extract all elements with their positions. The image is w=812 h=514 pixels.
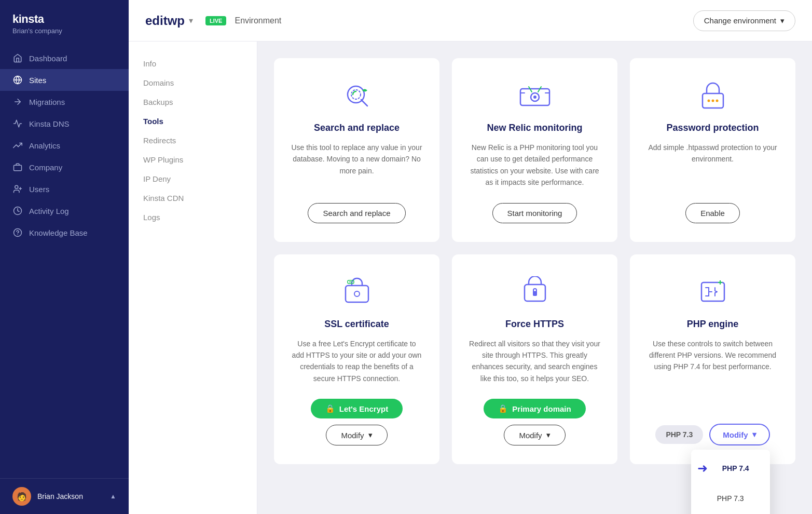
analytics-icon [12, 140, 23, 151]
password-protection-desc: Add simple .htpasswd protection to your … [646, 142, 779, 188]
ssl-actions: 🔒 Let's Encrypt Modify ▾ [291, 399, 423, 445]
ssl-title: SSL certificate [324, 319, 389, 330]
https-modify-button[interactable]: Modify ▾ [504, 425, 565, 445]
sidebar-nav: Dashboard Sites Migrations [0, 39, 129, 478]
company-icon [12, 162, 23, 172]
php-option-72[interactable]: PHP 7.2 [691, 510, 770, 514]
svg-rect-26 [701, 282, 724, 301]
site-chevron-icon[interactable]: ▾ [189, 16, 193, 25]
new-relic-icon [518, 79, 552, 112]
logo-text: kinsta [12, 12, 116, 26]
lets-encrypt-button[interactable]: 🔒 Let's Encrypt [311, 399, 403, 418]
change-env-label: Change environment [704, 16, 776, 25]
svg-point-3 [15, 185, 18, 188]
sidebar-item-kinsta-dns[interactable]: Kinsta DNS [0, 113, 129, 134]
search-replace-card: Search and replace Use this tool to repl… [274, 58, 439, 242]
php-engine-card: PHP engine Use these controls to switch … [630, 254, 795, 465]
php-version-dropdown: ➜ PHP 7.4 PHP 7.3 PHP 7.2 [691, 450, 770, 514]
knowledge-base-icon [12, 227, 23, 238]
ssl-modify-button[interactable]: Modify ▾ [326, 425, 387, 445]
svg-point-25 [533, 289, 536, 292]
php-modify-button[interactable]: Modify ▾ [709, 424, 769, 445]
sub-nav-kinsta-cdn[interactable]: Kinsta CDN [129, 188, 257, 208]
encrypt-shield-icon: 🔒 [325, 404, 335, 413]
force-https-card: Force HTTPS Redirect all visitors so tha… [452, 254, 617, 465]
start-monitoring-button[interactable]: Start monitoring [492, 203, 577, 223]
new-relic-card: New Relic monitoring New Relic is a PHP … [452, 58, 617, 242]
sidebar-item-analytics[interactable]: Analytics [0, 134, 129, 156]
search-replace-desc: Use this tool to replace any value in yo… [291, 142, 423, 188]
topbar: editwp ▾ LIVE Environment Change environ… [129, 0, 812, 42]
search-replace-button[interactable]: Search and replace [308, 203, 405, 223]
svg-point-16 [707, 100, 710, 102]
php-engine-title: PHP engine [687, 319, 739, 330]
php-option-73[interactable]: PHP 7.3 [691, 487, 770, 510]
env-label: Environment [235, 16, 281, 25]
primary-domain-button[interactable]: 🔒 Primary domain [484, 399, 585, 418]
sidebar-item-company[interactable]: Company [0, 156, 129, 178]
tools-content: Search and replace Use this tool to repl… [257, 42, 812, 514]
https-shield-icon: 🔒 [498, 404, 508, 413]
analytics-label: Analytics [29, 141, 60, 150]
php-arrow-icon: ➜ [697, 461, 708, 476]
sub-nav-wp-plugins[interactable]: WP Plugins [129, 150, 257, 169]
svg-point-18 [715, 100, 718, 102]
new-relic-title: New Relic monitoring [487, 123, 582, 133]
sidebar-item-users[interactable]: Users [0, 178, 129, 200]
sub-nav-info[interactable]: Info [129, 54, 257, 73]
sub-sidebar: Info Domains Backups Tools Redirects WP … [129, 42, 257, 514]
change-environment-button[interactable]: Change environment ▾ [693, 10, 795, 31]
sidebar-item-activity-log[interactable]: Activity Log [0, 200, 129, 222]
php-engine-icon [696, 275, 730, 308]
sidebar: kinsta Brian's company Dashboard Sites [0, 0, 129, 514]
new-relic-desc: New Relic is a PHP monitoring tool you c… [469, 142, 601, 188]
force-https-title: Force HTTPS [505, 319, 564, 330]
sub-nav-logs[interactable]: Logs [129, 208, 257, 227]
password-protection-actions: Enable [646, 203, 779, 223]
topbar-right: Change environment ▾ [693, 10, 795, 31]
globe-icon [12, 75, 23, 85]
company-label: Company [29, 163, 62, 172]
php-engine-actions: PHP 7.3 Modify ▾ ➜ PHP 7.4 [646, 424, 779, 445]
password-protection-icon [696, 79, 730, 112]
svg-point-17 [711, 100, 714, 102]
sub-nav-ip-deny[interactable]: IP Deny [129, 169, 257, 188]
sidebar-user[interactable]: 🧑 Brian Jackson ▲ [0, 478, 129, 514]
tools-grid: Search and replace Use this tool to repl… [274, 58, 795, 464]
password-protection-card: Password protection Add simple .htpasswd… [630, 58, 795, 242]
sidebar-item-dashboard[interactable]: Dashboard [0, 47, 129, 69]
https-modify-chevron-icon: ▾ [546, 430, 550, 440]
site-info: editwp ▾ LIVE Environment [145, 13, 281, 28]
svg-point-14 [533, 96, 536, 99]
svg-line-11 [361, 100, 367, 106]
force-https-icon [518, 275, 552, 308]
ssl-icon [340, 275, 374, 308]
users-icon [12, 184, 23, 194]
live-badge: LIVE [205, 16, 226, 25]
php-version-badge: PHP 7.3 [655, 425, 703, 444]
ssl-desc: Use a free Let's Encrypt certificate to … [291, 338, 423, 385]
sub-nav-tools[interactable]: Tools [129, 112, 257, 131]
php-version-row: PHP 7.3 Modify ▾ ➜ PHP 7.4 [655, 424, 769, 445]
content-area: Info Domains Backups Tools Redirects WP … [129, 42, 812, 514]
knowledge-base-label: Knowledge Base [29, 228, 88, 237]
dashboard-label: Dashboard [29, 54, 67, 63]
sidebar-item-migrations[interactable]: Migrations [0, 91, 129, 113]
kinsta-dns-label: Kinsta DNS [29, 119, 70, 128]
enable-password-button[interactable]: Enable [685, 203, 740, 223]
php-option-74[interactable]: PHP 7.4 [712, 457, 760, 480]
sidebar-item-knowledge-base[interactable]: Knowledge Base [0, 222, 129, 244]
sub-nav-backups[interactable]: Backups [129, 92, 257, 112]
svg-point-20 [354, 291, 360, 296]
sub-nav-redirects[interactable]: Redirects [129, 131, 257, 150]
migrations-icon [12, 97, 23, 107]
sub-nav-domains[interactable]: Domains [129, 73, 257, 92]
force-https-desc: Redirect all visitors so that they visit… [469, 338, 601, 385]
search-replace-title: Search and replace [314, 123, 400, 133]
sidebar-logo: kinsta Brian's company [0, 0, 129, 39]
user-chevron-icon: ▲ [110, 493, 116, 500]
change-env-chevron-icon: ▾ [780, 16, 785, 25]
sidebar-item-sites[interactable]: Sites [0, 69, 129, 91]
sites-label: Sites [29, 76, 46, 85]
main-content: editwp ▾ LIVE Environment Change environ… [129, 0, 812, 514]
